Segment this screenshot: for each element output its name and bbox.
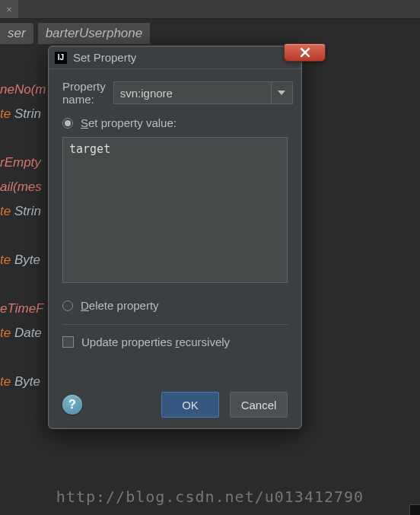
- set-value-radio-row[interactable]: Set property value:: [62, 116, 288, 129]
- property-name-label: Property name:: [62, 80, 106, 106]
- breadcrumb-item[interactable]: barterUserphone: [38, 23, 151, 44]
- watermark: http://blog.csdn.net/u013412790: [0, 488, 420, 506]
- set-value-radio[interactable]: [62, 118, 73, 129]
- dialog-body: Property name: Set property value: Delet…: [49, 69, 301, 428]
- value-textarea-wrap: [62, 137, 288, 285]
- set-property-dialog: IJ Set Property Property name: Set prope…: [48, 46, 302, 429]
- property-value-textarea[interactable]: [62, 137, 288, 283]
- top-tab-bar: ×: [0, 0, 420, 19]
- breadcrumb: ser barterUserphone: [0, 19, 420, 48]
- help-button[interactable]: ?: [62, 395, 82, 415]
- cancel-button[interactable]: Cancel: [230, 392, 288, 418]
- recursive-row[interactable]: Update properties recursively: [62, 335, 288, 348]
- close-button[interactable]: [284, 43, 326, 62]
- recursive-label: Update properties recursively: [81, 335, 230, 348]
- breadcrumb-item[interactable]: ser: [0, 23, 33, 44]
- recursive-checkbox[interactable]: [62, 336, 74, 348]
- delete-radio-row[interactable]: Delete property: [62, 299, 288, 312]
- close-icon: [300, 47, 310, 58]
- separator: [62, 324, 288, 325]
- intellij-icon: IJ: [55, 52, 67, 64]
- chevron-down-icon[interactable]: [272, 81, 293, 104]
- ok-button[interactable]: OK: [161, 392, 219, 418]
- dialog-buttons: ? OK Cancel: [62, 392, 288, 418]
- delete-radio[interactable]: [62, 300, 73, 311]
- property-name-row: Property name:: [62, 80, 288, 106]
- dialog-title: Set Property: [73, 51, 136, 64]
- delete-label: Delete property: [81, 299, 159, 312]
- dialog-titlebar: IJ Set Property: [49, 46, 301, 69]
- property-name-input[interactable]: [113, 81, 272, 104]
- set-value-label: Set property value:: [81, 116, 177, 129]
- resize-handle[interactable]: [409, 504, 420, 515]
- tab-close-icon[interactable]: ×: [0, 0, 18, 18]
- property-name-combo[interactable]: [113, 81, 293, 104]
